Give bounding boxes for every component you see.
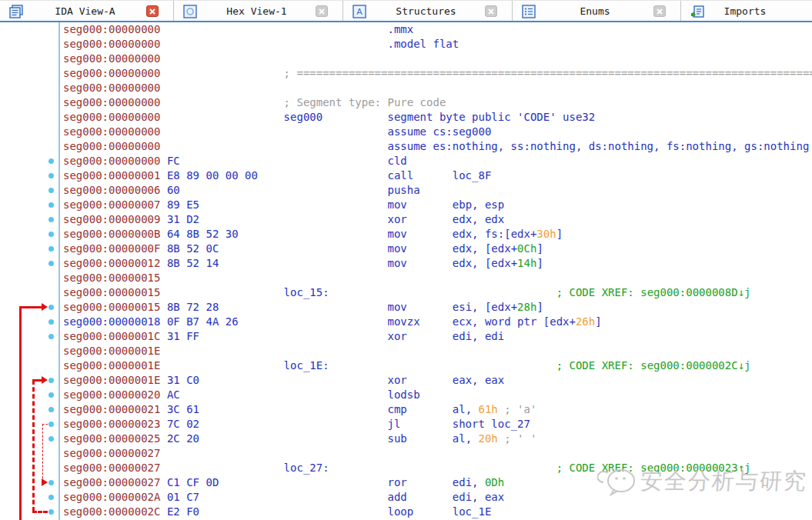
listing-line[interactable]: seg000:00000007 89 E5 mov ebp, esp	[63, 198, 812, 212]
jump-arrow-to-loc_15	[19, 307, 22, 520]
listing-line[interactable]: seg000:00000015 loc_15: ; CODE XREF: seg…	[63, 285, 812, 300]
listing-line[interactable]: seg000:00000000 seg000 segment byte publ…	[63, 110, 812, 125]
listing-line[interactable]: seg000:00000000	[63, 81, 812, 95]
code-line-dot	[48, 334, 54, 339]
jl-arrow-to-loc_27-head	[42, 478, 48, 486]
code-line-dot	[48, 495, 54, 500]
loop-arrow-to-loc_1E	[32, 380, 35, 512]
listing-line[interactable]: seg000:0000001C 31 FF xor edi, edi	[63, 329, 812, 344]
listing-line[interactable]: seg000:00000000 .model flat	[63, 37, 812, 52]
code-line-dot	[48, 246, 54, 252]
code-line-dot	[48, 509, 54, 515]
listing-line[interactable]: seg000:00000021 3C 61 cmp al, 61h ; 'a'	[63, 402, 812, 417]
close-icon[interactable]	[653, 5, 666, 17]
loop-arrow-to-loc_1E-head	[42, 376, 48, 384]
listing-line[interactable]: seg000:00000015 8B 72 28 mov esi, [edx+2…	[63, 300, 812, 315]
jump-arrow-to-loc_15	[19, 306, 42, 308]
listing-line[interactable]: seg000:0000002C E2 F0 loop loc_1E	[63, 505, 812, 519]
tab-imports[interactable]: Imports	[681, 1, 812, 22]
code-line-dot	[48, 305, 54, 310]
code-line-dot	[48, 173, 54, 178]
tab-enums[interactable]: Enums	[513, 1, 681, 22]
listing-line[interactable]: seg000:0000000F 8B 52 0C mov edx, [edx+0…	[63, 242, 812, 256]
code-line-dot	[48, 407, 54, 412]
tab-label: IDA View-A	[24, 5, 146, 17]
jump-arrow-gutter	[0, 22, 60, 520]
code-line-dot	[48, 158, 54, 164]
listing-line[interactable]: seg000:00000000 ; ======================…	[63, 66, 812, 81]
tab-ida-view-a[interactable]: IDA View-A	[0, 1, 174, 22]
listing-line[interactable]: seg000:0000002A 01 C7 add edi, eax	[63, 490, 812, 505]
listing-line[interactable]: seg000:00000027	[63, 446, 812, 461]
code-line-dot	[48, 217, 54, 222]
jl-arrow-to-loc_27	[42, 424, 43, 482]
listing-line[interactable]: seg000:0000001E loc_1E: ; CODE XREF: seg…	[63, 358, 812, 373]
tab-label: Imports	[705, 5, 785, 17]
listing-line[interactable]: seg000:00000025 2C 20 sub al, 20h ; ' '	[63, 432, 812, 446]
code-line-dot	[48, 436, 54, 442]
tab-bar: IDA View-A Hex View-1 A Structures Enums	[0, 0, 812, 21]
listing-line[interactable]: seg000:00000015	[63, 271, 812, 285]
listing-line[interactable]: seg000:00000009 31 D2 xor edx, edx	[63, 212, 812, 227]
loop-arrow-to-loc_1E	[32, 379, 42, 382]
svg-text:A: A	[356, 7, 363, 17]
listing-line[interactable]: seg000:00000000 assume cs:seg000	[63, 125, 812, 139]
tab-label: Enums	[536, 5, 653, 17]
listing-line[interactable]: seg000:00000018 0F B7 4A 26 movzx ecx, w…	[63, 315, 812, 329]
code-line-dot	[48, 232, 54, 237]
code-line-dot	[48, 422, 54, 427]
listing-line[interactable]: seg000:00000027 C1 CF 0D ror edi, 0Dh	[63, 475, 812, 490]
listing-line[interactable]: seg000:00000020 AC lodsb	[63, 388, 812, 402]
enums-icon	[521, 4, 536, 19]
code-line-dot	[48, 188, 54, 193]
imports-icon	[690, 4, 705, 19]
code-line-dot	[48, 392, 54, 398]
listing-line[interactable]: seg000:0000000B 64 8B 52 30 mov edx, fs:…	[63, 227, 812, 242]
code-lines[interactable]: seg000:00000000 .mmxseg000:00000000 .mod…	[62, 22, 812, 520]
tab-structures[interactable]: A Structures	[343, 1, 513, 22]
listing-line[interactable]: seg000:00000006 60 pusha	[63, 183, 812, 198]
listing-line[interactable]: seg000:00000000	[63, 52, 812, 66]
loop-arrow-to-loc_1E	[32, 511, 48, 513]
listing-line[interactable]: seg000:0000001E	[63, 344, 812, 358]
code-line-dot	[48, 480, 54, 485]
code-line-dot	[48, 319, 54, 325]
listing-line[interactable]: seg000:00000000 .mmx	[63, 22, 812, 37]
listing-line[interactable]: seg000:00000000 FC cld	[63, 154, 812, 168]
close-icon[interactable]	[146, 5, 159, 17]
tab-label: Hex View-1	[198, 5, 316, 17]
tab-hex-view-1[interactable]: Hex View-1	[174, 1, 343, 22]
close-icon[interactable]	[485, 5, 497, 17]
listing-line[interactable]: seg000:00000000 assume es:nothing, ss:no…	[63, 139, 812, 154]
code-line-dot	[48, 378, 54, 383]
structures-icon: A	[352, 4, 367, 19]
hex-view-icon	[182, 4, 198, 19]
code-line-dot	[48, 202, 54, 208]
listing-line[interactable]: seg000:00000001 E8 89 00 00 00 call loc_…	[63, 168, 812, 183]
code-line-dot	[48, 261, 54, 266]
listing-line[interactable]: seg000:00000000 ; Segment type: Pure cod…	[63, 95, 812, 110]
disassembly-listing[interactable]: seg000:00000000 .mmxseg000:00000000 .mod…	[0, 22, 812, 520]
listing-line[interactable]: seg000:00000023 7C 02 jl short loc_27	[63, 417, 812, 432]
ida-view-icon	[8, 4, 24, 19]
listing-line[interactable]: seg000:0000001E 31 C0 xor eax, eax	[63, 373, 812, 388]
jump-arrow-to-loc_15-head	[42, 303, 48, 311]
listing-line[interactable]: seg000:00000027 loc_27: ; CODE XREF: seg…	[63, 461, 812, 475]
jl-arrow-to-loc_27	[42, 424, 48, 425]
listing-line[interactable]: seg000:00000012 8B 52 14 mov edx, [edx+1…	[63, 256, 812, 271]
close-icon[interactable]	[316, 5, 328, 17]
tab-label: Structures	[367, 5, 485, 17]
